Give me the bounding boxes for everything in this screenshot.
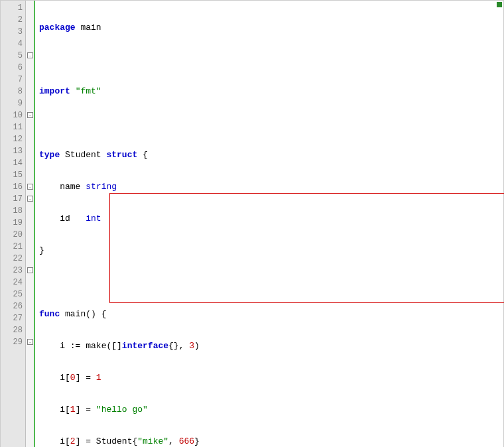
fold-toggle-icon[interactable]: - xyxy=(27,184,33,190)
fold-toggle-icon[interactable]: - xyxy=(27,196,33,202)
line-gutter: 1234567891011121314151617181920212223242… xyxy=(1,1,26,447)
code-area[interactable]: package main import "fmt" type Student s… xyxy=(35,1,503,447)
fold-toggle-icon[interactable]: - xyxy=(27,267,33,273)
fold-toggle-icon[interactable]: - xyxy=(27,112,33,118)
fold-column: ------ xyxy=(26,1,35,447)
fold-toggle-icon[interactable]: - xyxy=(27,339,33,345)
code-editor[interactable]: 1234567891011121314151617181920212223242… xyxy=(0,0,504,447)
fold-toggle-icon[interactable]: - xyxy=(27,52,33,58)
change-marker-icon xyxy=(497,2,502,7)
